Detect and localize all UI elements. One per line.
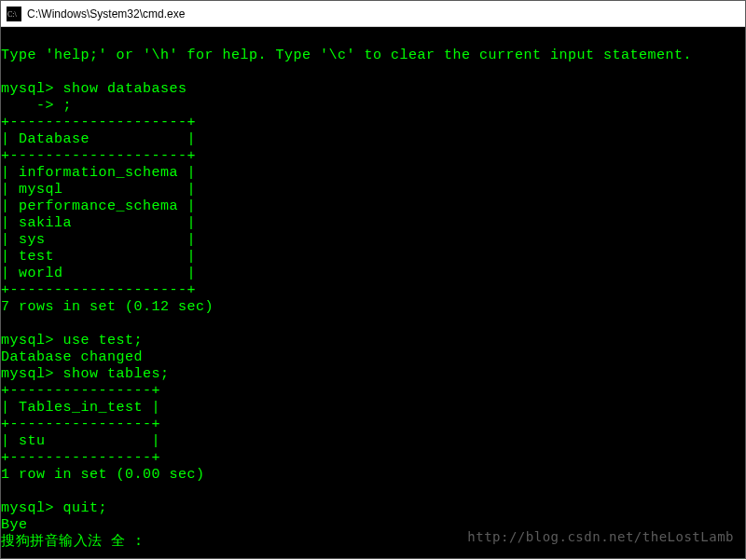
titlebar[interactable]: C:\ C:\Windows\System32\cmd.exe	[1, 1, 745, 27]
terminal-output[interactable]: Type 'help;' or '\h' for help. Type '\c'…	[1, 27, 745, 558]
table-header: | Database |	[1, 131, 196, 147]
help-line: Type 'help;' or '\h' for help. Type '\c'…	[1, 48, 692, 63]
prompt-line: mysql> show databases	[1, 81, 187, 97]
prompt-line: mysql> quit;	[1, 500, 107, 516]
table-row: | performance_schema |	[1, 198, 196, 214]
table-row: | world |	[1, 266, 196, 281]
bye-line: Bye	[1, 517, 28, 533]
table-row: | stu |	[1, 433, 160, 449]
table-border: +--------------------+	[1, 282, 196, 298]
table-border: +----------------+	[1, 450, 160, 466]
prompt-line: mysql> use test;	[1, 333, 143, 348]
table-row: | test |	[1, 249, 196, 265]
table-border: +----------------+	[1, 417, 160, 432]
table-row: | information_schema |	[1, 165, 196, 181]
table-header: | Tables_in_test |	[1, 400, 160, 416]
db-changed-line: Database changed	[1, 349, 143, 365]
ime-status: 搜狗拼音输入法 全 :	[1, 534, 144, 550]
svg-text:C:\: C:\	[7, 10, 18, 19]
table-row: | sys |	[1, 232, 196, 248]
result-line: 7 rows in set (0.12 sec)	[1, 299, 214, 315]
prompt-line: mysql> show tables;	[1, 366, 170, 382]
result-line: 1 row in set (0.00 sec)	[1, 467, 205, 483]
table-border: +--------------------+	[1, 148, 196, 164]
table-row: | mysql |	[1, 182, 196, 198]
table-border: +--------------------+	[1, 115, 196, 130]
cmd-window: C:\ C:\Windows\System32\cmd.exe Type 'he…	[0, 0, 746, 559]
table-border: +----------------+	[1, 383, 160, 399]
watermark: http://blog.csdn.net/theLostLamb	[467, 528, 734, 545]
table-row: | sakila |	[1, 215, 196, 231]
cmd-icon: C:\	[7, 7, 21, 21]
cont-line: -> ;	[1, 98, 72, 114]
window-title: C:\Windows\System32\cmd.exe	[27, 7, 185, 20]
